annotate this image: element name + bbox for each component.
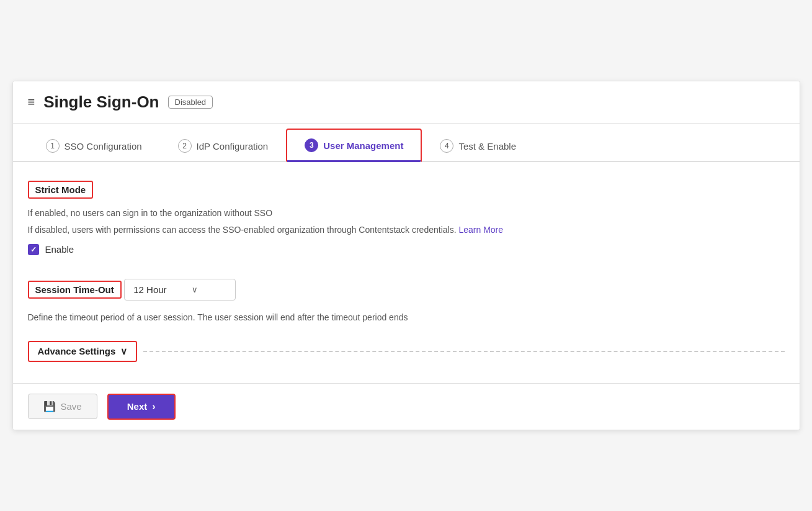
enable-label: Enable [45, 244, 74, 255]
save-button[interactable]: 💾 Save [28, 394, 97, 419]
checkmark-icon: ✓ [30, 245, 37, 254]
tab-num-3: 3 [305, 138, 318, 152]
tab-label-user-mgmt: User Management [323, 140, 403, 151]
footer: 💾 Save Next › [13, 383, 800, 430]
strict-mode-desc1: If enabled, no users can sign in to the … [28, 206, 785, 220]
learn-more-link[interactable]: Learn More [458, 225, 503, 235]
advance-settings-divider [143, 351, 784, 352]
advance-settings-chevron-icon: ∨ [120, 346, 127, 357]
tab-num-2: 2 [178, 139, 192, 153]
strict-mode-title: Strict Mode [28, 181, 94, 199]
dropdown-value: 12 Hour [133, 284, 166, 295]
timeout-description: Define the timeout period of a user sess… [28, 312, 785, 322]
page-title: Single Sign-On [43, 93, 159, 112]
chevron-down-icon: ∨ [192, 285, 198, 294]
tab-num-4: 4 [440, 139, 453, 153]
tab-label-idp: IdP Configuration [197, 141, 269, 151]
enable-checkbox[interactable]: ✓ [28, 244, 39, 255]
advance-settings-label-text: Advance Settings [38, 346, 116, 356]
main-window: ≡ Single Sign-On Disabled 1 SSO Configur… [12, 81, 800, 430]
tab-label-test: Test & Enable [458, 141, 516, 151]
strict-mode-section: Strict Mode If enabled, no users can sig… [28, 181, 785, 255]
strict-mode-desc2: If disabled, users with permissions can … [28, 223, 785, 237]
status-badge: Disabled [168, 96, 213, 109]
session-timeout-title: Session Time-Out [28, 281, 122, 299]
tab-test-enable[interactable]: 4 Test & Enable [422, 130, 534, 162]
save-icon: 💾 [43, 400, 56, 412]
advance-settings-row: Advance Settings ∨ [28, 341, 785, 362]
tab-label-sso: SSO Configuration [65, 141, 142, 151]
tab-num-1: 1 [46, 139, 60, 153]
main-content: Strict Mode If enabled, no users can sig… [13, 162, 800, 383]
tab-user-management[interactable]: 3 User Management [286, 129, 422, 162]
tabs-bar: 1 SSO Configuration 2 IdP Configuration … [13, 129, 800, 162]
next-arrow-icon: › [152, 401, 155, 412]
advance-settings-toggle[interactable]: Advance Settings ∨ [28, 341, 138, 362]
enable-checkbox-row: ✓ Enable [28, 244, 785, 255]
header: ≡ Single Sign-On Disabled [13, 81, 800, 124]
save-label: Save [61, 401, 82, 412]
tab-sso-configuration[interactable]: 1 SSO Configuration [28, 130, 160, 162]
session-timeout-dropdown[interactable]: 12 Hour ∨ [124, 279, 236, 301]
hamburger-icon[interactable]: ≡ [28, 95, 35, 109]
session-timeout-section: Session Time-Out 12 Hour ∨ Define the ti… [28, 274, 785, 322]
next-label: Next [127, 401, 148, 412]
tab-idp-configuration[interactable]: 2 IdP Configuration [160, 130, 287, 162]
next-button[interactable]: Next › [107, 394, 176, 420]
